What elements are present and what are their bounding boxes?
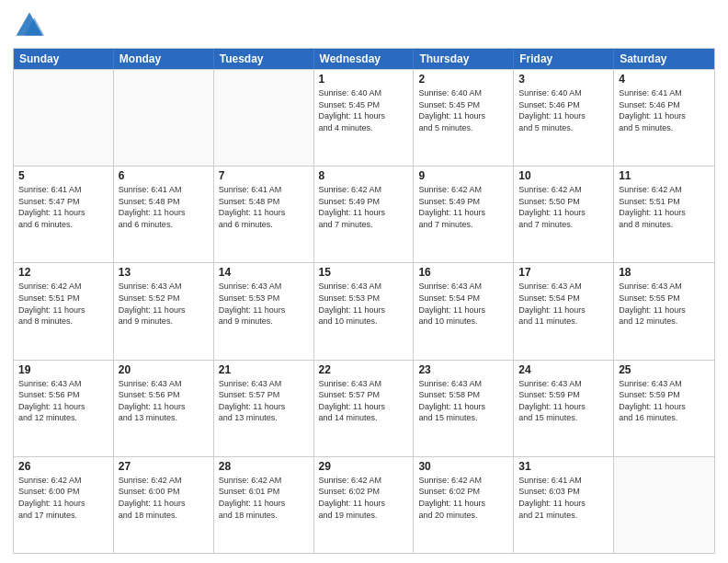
cell-info-text: Sunrise: 6:42 AM Sunset: 6:02 PM Dayligh… [319,475,409,521]
calendar-cell-day-8: 8Sunrise: 6:42 AM Sunset: 5:49 PM Daylig… [314,167,415,262]
calendar-row-3: 19Sunrise: 6:43 AM Sunset: 5:56 PM Dayli… [14,360,714,456]
calendar-cell-day-18: 18Sunrise: 6:43 AM Sunset: 5:55 PM Dayli… [614,263,714,359]
calendar-cell-empty-0-0 [14,70,114,166]
cell-info-text: Sunrise: 6:43 AM Sunset: 5:59 PM Dayligh… [518,378,609,424]
day-number: 13 [119,266,209,279]
cell-info-text: Sunrise: 6:42 AM Sunset: 5:49 PM Dayligh… [418,184,508,230]
calendar-row-0: 1Sunrise: 6:40 AM Sunset: 5:45 PM Daylig… [14,69,714,166]
day-number: 22 [319,363,409,376]
calendar-cell-day-17: 17Sunrise: 6:43 AM Sunset: 5:54 PM Dayli… [514,263,614,359]
cell-info-text: Sunrise: 6:42 AM Sunset: 6:02 PM Dayligh… [418,475,508,521]
cell-info-text: Sunrise: 6:43 AM Sunset: 5:54 PM Dayligh… [518,281,609,327]
calendar-cell-day-7: 7Sunrise: 6:41 AM Sunset: 5:48 PM Daylig… [214,167,314,262]
calendar-row-1: 5Sunrise: 6:41 AM Sunset: 5:47 PM Daylig… [14,166,714,262]
weekday-header-tuesday: Tuesday [214,49,314,69]
calendar-cell-day-31: 31Sunrise: 6:41 AM Sunset: 6:03 PM Dayli… [514,457,614,553]
day-number: 26 [18,460,108,473]
day-number: 6 [119,169,209,182]
day-number: 5 [18,169,108,182]
cell-info-text: Sunrise: 6:43 AM Sunset: 5:55 PM Dayligh… [619,281,710,327]
calendar-cell-day-19: 19Sunrise: 6:43 AM Sunset: 5:56 PM Dayli… [14,361,114,456]
day-number: 19 [18,363,108,376]
calendar-cell-day-12: 12Sunrise: 6:42 AM Sunset: 5:51 PM Dayli… [14,263,114,359]
cell-info-text: Sunrise: 6:43 AM Sunset: 5:57 PM Dayligh… [219,378,309,424]
day-number: 27 [119,460,209,473]
cell-info-text: Sunrise: 6:41 AM Sunset: 5:48 PM Dayligh… [219,184,309,230]
day-number: 31 [518,460,609,473]
calendar-cell-empty-0-1 [114,70,214,166]
weekday-header-friday: Friday [514,49,614,69]
cell-info-text: Sunrise: 6:43 AM Sunset: 5:52 PM Dayligh… [119,281,209,327]
cell-info-text: Sunrise: 6:42 AM Sunset: 6:00 PM Dayligh… [18,475,108,521]
cell-info-text: Sunrise: 6:41 AM Sunset: 6:03 PM Dayligh… [518,475,609,521]
day-number: 15 [319,266,409,279]
calendar-cell-day-4: 4Sunrise: 6:41 AM Sunset: 5:46 PM Daylig… [614,70,714,166]
day-number: 24 [518,363,609,376]
cell-info-text: Sunrise: 6:41 AM Sunset: 5:47 PM Dayligh… [18,184,108,230]
calendar-cell-day-25: 25Sunrise: 6:43 AM Sunset: 5:59 PM Dayli… [614,361,714,456]
day-number: 18 [619,266,710,279]
cell-info-text: Sunrise: 6:42 AM Sunset: 5:51 PM Dayligh… [619,184,710,230]
calendar-row-2: 12Sunrise: 6:42 AM Sunset: 5:51 PM Dayli… [14,262,714,359]
day-number: 25 [619,363,710,376]
day-number: 10 [518,169,609,182]
calendar-cell-day-2: 2Sunrise: 6:40 AM Sunset: 5:45 PM Daylig… [414,70,514,166]
calendar-cell-day-23: 23Sunrise: 6:43 AM Sunset: 5:58 PM Dayli… [414,361,514,456]
cell-info-text: Sunrise: 6:43 AM Sunset: 5:56 PM Dayligh… [18,378,108,424]
calendar-cell-day-11: 11Sunrise: 6:42 AM Sunset: 5:51 PM Dayli… [614,167,714,262]
calendar-cell-day-26: 26Sunrise: 6:42 AM Sunset: 6:00 PM Dayli… [14,457,114,553]
day-number: 29 [319,460,409,473]
weekday-header-wednesday: Wednesday [314,49,415,69]
cell-info-text: Sunrise: 6:42 AM Sunset: 5:51 PM Dayligh… [18,281,108,327]
logo [13,9,50,42]
calendar-cell-day-3: 3Sunrise: 6:40 AM Sunset: 5:46 PM Daylig… [514,70,614,166]
cell-info-text: Sunrise: 6:43 AM Sunset: 5:58 PM Dayligh… [418,378,508,424]
day-number: 4 [619,73,710,86]
cell-info-text: Sunrise: 6:43 AM Sunset: 5:59 PM Dayligh… [619,378,710,424]
cell-info-text: Sunrise: 6:40 AM Sunset: 5:46 PM Dayligh… [518,87,609,133]
calendar-cell-day-27: 27Sunrise: 6:42 AM Sunset: 6:00 PM Dayli… [114,457,214,553]
day-number: 2 [418,73,508,86]
day-number: 11 [619,169,710,182]
logo-icon [13,9,46,42]
calendar-cell-day-9: 9Sunrise: 6:42 AM Sunset: 5:49 PM Daylig… [414,167,514,262]
weekday-header-sunday: Sunday [14,49,114,69]
cell-info-text: Sunrise: 6:43 AM Sunset: 5:53 PM Dayligh… [319,281,409,327]
calendar-cell-day-21: 21Sunrise: 6:43 AM Sunset: 5:57 PM Dayli… [214,361,314,456]
calendar-cell-day-24: 24Sunrise: 6:43 AM Sunset: 5:59 PM Dayli… [514,361,614,456]
calendar-header: SundayMondayTuesdayWednesdayThursdayFrid… [14,49,714,69]
cell-info-text: Sunrise: 6:40 AM Sunset: 5:45 PM Dayligh… [418,87,508,133]
cell-info-text: Sunrise: 6:42 AM Sunset: 5:50 PM Dayligh… [518,184,609,230]
calendar-row-4: 26Sunrise: 6:42 AM Sunset: 6:00 PM Dayli… [14,456,714,553]
day-number: 21 [219,363,309,376]
calendar-cell-day-14: 14Sunrise: 6:43 AM Sunset: 5:53 PM Dayli… [214,263,314,359]
weekday-header-monday: Monday [114,49,214,69]
calendar-cell-day-15: 15Sunrise: 6:43 AM Sunset: 5:53 PM Dayli… [314,263,415,359]
cell-info-text: Sunrise: 6:41 AM Sunset: 5:46 PM Dayligh… [619,87,710,133]
page: SundayMondayTuesdayWednesdayThursdayFrid… [0,0,728,563]
weekday-header-thursday: Thursday [414,49,514,69]
header [13,9,715,42]
cell-info-text: Sunrise: 6:42 AM Sunset: 5:49 PM Dayligh… [319,184,409,230]
calendar-cell-day-20: 20Sunrise: 6:43 AM Sunset: 5:56 PM Dayli… [114,361,214,456]
day-number: 7 [219,169,309,182]
cell-info-text: Sunrise: 6:42 AM Sunset: 6:01 PM Dayligh… [219,475,309,521]
calendar-cell-empty-4-6 [614,457,714,553]
cell-info-text: Sunrise: 6:43 AM Sunset: 5:53 PM Dayligh… [219,281,309,327]
calendar-cell-day-1: 1Sunrise: 6:40 AM Sunset: 5:45 PM Daylig… [314,70,415,166]
cell-info-text: Sunrise: 6:43 AM Sunset: 5:57 PM Dayligh… [319,378,409,424]
day-number: 30 [418,460,508,473]
calendar-cell-day-22: 22Sunrise: 6:43 AM Sunset: 5:57 PM Dayli… [314,361,415,456]
calendar: SundayMondayTuesdayWednesdayThursdayFrid… [13,48,715,554]
calendar-cell-day-5: 5Sunrise: 6:41 AM Sunset: 5:47 PM Daylig… [14,167,114,262]
day-number: 1 [319,73,409,86]
day-number: 3 [518,73,609,86]
cell-info-text: Sunrise: 6:43 AM Sunset: 5:56 PM Dayligh… [119,378,209,424]
day-number: 20 [119,363,209,376]
cell-info-text: Sunrise: 6:41 AM Sunset: 5:48 PM Dayligh… [119,184,209,230]
cell-info-text: Sunrise: 6:43 AM Sunset: 5:54 PM Dayligh… [418,281,508,327]
calendar-cell-day-6: 6Sunrise: 6:41 AM Sunset: 5:48 PM Daylig… [114,167,214,262]
day-number: 28 [219,460,309,473]
calendar-cell-empty-0-2 [214,70,314,166]
day-number: 8 [319,169,409,182]
